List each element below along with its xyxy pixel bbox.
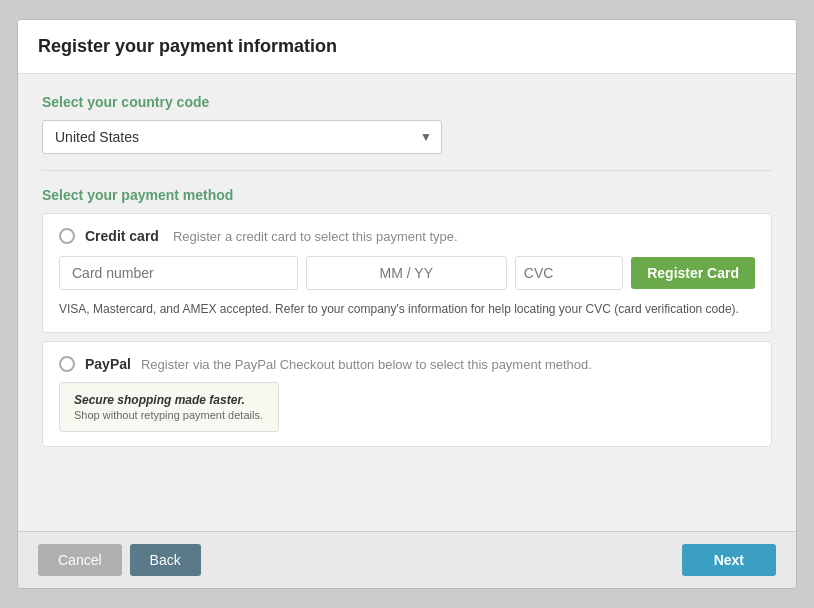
country-section: Select your country code United States C… xyxy=(42,94,772,154)
modal-header: Register your payment information xyxy=(18,20,796,74)
modal-container: Register your payment information Select… xyxy=(17,19,797,589)
modal-body: Select your country code United States C… xyxy=(18,74,796,531)
paypal-banner-sub: Shop without retyping payment details. xyxy=(74,409,264,421)
country-section-label: Select your country code xyxy=(42,94,772,110)
country-select-wrapper: United States Canada United Kingdom Aust… xyxy=(42,120,442,154)
section-divider xyxy=(42,170,772,171)
back-button[interactable]: Back xyxy=(130,544,201,576)
register-card-button[interactable]: Register Card xyxy=(631,257,755,289)
credit-card-option-box: Credit card Register a credit card to se… xyxy=(42,213,772,333)
paypal-banner-title: Secure shopping made faster. xyxy=(74,393,264,407)
card-info-text: VISA, Mastercard, and AMEX accepted. Ref… xyxy=(59,300,755,318)
modal-title: Register your payment information xyxy=(38,36,776,57)
paypal-banner: Secure shopping made faster. Shop withou… xyxy=(59,382,279,432)
credit-card-option-header: Credit card Register a credit card to se… xyxy=(59,228,755,244)
card-number-input[interactable] xyxy=(59,256,298,290)
credit-card-title: Credit card xyxy=(85,228,159,244)
cvc-input[interactable] xyxy=(516,257,623,289)
cancel-button[interactable]: Cancel xyxy=(38,544,122,576)
card-fields-row: Register Card xyxy=(59,256,755,290)
paypal-radio[interactable] xyxy=(59,356,75,372)
payment-section-label: Select your payment method xyxy=(42,187,772,203)
modal-footer: Cancel Back Next xyxy=(18,531,796,588)
footer-left-buttons: Cancel Back xyxy=(38,544,201,576)
paypal-option-box: PayPal Register via the PayPal Checkout … xyxy=(42,341,772,447)
paypal-option-header: PayPal Register via the PayPal Checkout … xyxy=(59,356,755,372)
paypal-desc: Register via the PayPal Checkout button … xyxy=(141,357,592,372)
payment-section: Select your payment method Credit card R… xyxy=(42,187,772,447)
expiry-input[interactable] xyxy=(306,256,507,290)
next-button[interactable]: Next xyxy=(682,544,776,576)
credit-card-radio[interactable] xyxy=(59,228,75,244)
cvc-wrapper xyxy=(515,256,623,290)
country-select[interactable]: United States Canada United Kingdom Aust… xyxy=(42,120,442,154)
credit-card-desc: Register a credit card to select this pa… xyxy=(173,229,458,244)
paypal-title: PayPal xyxy=(85,356,131,372)
